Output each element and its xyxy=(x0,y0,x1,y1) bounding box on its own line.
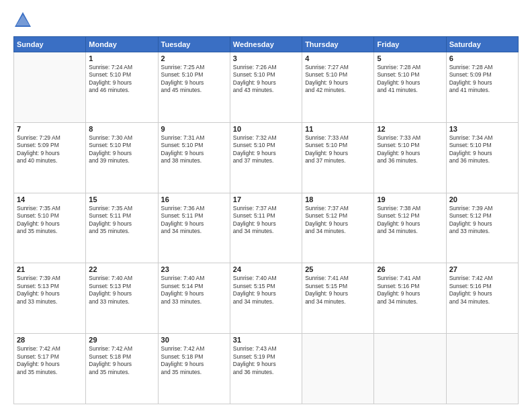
day-info: Sunrise: 7:40 AMSunset: 5:15 PMDaylight:… xyxy=(233,275,299,306)
calendar-cell: 29Sunrise: 7:42 AMSunset: 5:18 PMDayligh… xyxy=(86,334,158,404)
day-number: 21 xyxy=(17,265,83,273)
day-number: 18 xyxy=(305,195,371,203)
calendar-header-sunday: Sunday xyxy=(14,37,86,52)
day-number: 25 xyxy=(305,265,371,273)
calendar-cell: 31Sunrise: 7:43 AMSunset: 5:19 PMDayligh… xyxy=(230,334,302,404)
day-info: Sunrise: 7:35 AMSunset: 5:10 PMDaylight:… xyxy=(17,205,83,236)
day-number: 7 xyxy=(17,125,83,133)
day-number: 26 xyxy=(377,265,443,273)
calendar-cell: 22Sunrise: 7:40 AMSunset: 5:13 PMDayligh… xyxy=(86,263,158,334)
day-number: 14 xyxy=(17,195,83,203)
calendar-cell xyxy=(446,334,518,404)
day-info: Sunrise: 7:43 AMSunset: 5:19 PMDaylight:… xyxy=(233,345,299,376)
day-number: 27 xyxy=(449,265,515,273)
day-info: Sunrise: 7:33 AMSunset: 5:10 PMDaylight:… xyxy=(377,134,443,165)
day-info: Sunrise: 7:40 AMSunset: 5:14 PMDaylight:… xyxy=(161,275,227,306)
calendar-week-row: 1Sunrise: 7:24 AMSunset: 5:10 PMDaylight… xyxy=(14,52,519,123)
calendar-cell: 1Sunrise: 7:24 AMSunset: 5:10 PMDaylight… xyxy=(86,52,158,123)
logo xyxy=(13,11,35,30)
calendar-cell: 30Sunrise: 7:42 AMSunset: 5:18 PMDayligh… xyxy=(158,334,230,404)
calendar-cell: 26Sunrise: 7:41 AMSunset: 5:16 PMDayligh… xyxy=(374,263,446,334)
calendar-cell: 27Sunrise: 7:42 AMSunset: 5:16 PMDayligh… xyxy=(446,263,518,334)
day-number: 24 xyxy=(233,265,299,273)
calendar-cell: 11Sunrise: 7:33 AMSunset: 5:10 PMDayligh… xyxy=(302,122,374,193)
page: SundayMondayTuesdayWednesdayThursdayFrid… xyxy=(0,0,532,411)
day-number: 23 xyxy=(161,265,227,273)
day-number: 16 xyxy=(161,195,227,203)
calendar-cell: 24Sunrise: 7:40 AMSunset: 5:15 PMDayligh… xyxy=(230,263,302,334)
day-info: Sunrise: 7:28 AMSunset: 5:10 PMDaylight:… xyxy=(377,64,443,95)
calendar-cell: 2Sunrise: 7:25 AMSunset: 5:10 PMDaylight… xyxy=(158,52,230,123)
day-number: 15 xyxy=(89,195,154,203)
day-number: 10 xyxy=(233,125,299,133)
calendar-cell: 13Sunrise: 7:34 AMSunset: 5:10 PMDayligh… xyxy=(446,122,518,193)
header xyxy=(13,11,519,30)
day-number: 29 xyxy=(89,336,154,344)
day-info: Sunrise: 7:37 AMSunset: 5:12 PMDaylight:… xyxy=(305,205,371,236)
day-number: 30 xyxy=(161,336,227,344)
day-number: 4 xyxy=(305,54,371,62)
calendar-cell: 25Sunrise: 7:41 AMSunset: 5:15 PMDayligh… xyxy=(302,263,374,334)
calendar-cell: 15Sunrise: 7:35 AMSunset: 5:11 PMDayligh… xyxy=(86,193,158,263)
calendar-cell: 18Sunrise: 7:37 AMSunset: 5:12 PMDayligh… xyxy=(302,193,374,263)
calendar-week-row: 7Sunrise: 7:29 AMSunset: 5:09 PMDaylight… xyxy=(14,122,519,193)
calendar-week-row: 21Sunrise: 7:39 AMSunset: 5:13 PMDayligh… xyxy=(14,263,519,334)
day-info: Sunrise: 7:42 AMSunset: 5:16 PMDaylight:… xyxy=(449,275,515,306)
calendar-week-row: 14Sunrise: 7:35 AMSunset: 5:10 PMDayligh… xyxy=(14,193,519,263)
logo-icon xyxy=(13,11,32,30)
calendar-cell: 16Sunrise: 7:36 AMSunset: 5:11 PMDayligh… xyxy=(158,193,230,263)
day-info: Sunrise: 7:35 AMSunset: 5:11 PMDaylight:… xyxy=(89,205,154,236)
day-info: Sunrise: 7:24 AMSunset: 5:10 PMDaylight:… xyxy=(89,64,154,95)
day-number: 31 xyxy=(233,336,299,344)
day-info: Sunrise: 7:27 AMSunset: 5:10 PMDaylight:… xyxy=(305,64,371,95)
day-number: 19 xyxy=(377,195,443,203)
calendar-header-wednesday: Wednesday xyxy=(230,37,302,52)
day-info: Sunrise: 7:28 AMSunset: 5:09 PMDaylight:… xyxy=(449,64,515,95)
day-number: 12 xyxy=(377,125,443,133)
day-number: 17 xyxy=(233,195,299,203)
calendar-cell: 21Sunrise: 7:39 AMSunset: 5:13 PMDayligh… xyxy=(14,263,86,334)
calendar-table: SundayMondayTuesdayWednesdayThursdayFrid… xyxy=(13,36,519,404)
day-info: Sunrise: 7:34 AMSunset: 5:10 PMDaylight:… xyxy=(449,134,515,165)
calendar-cell: 6Sunrise: 7:28 AMSunset: 5:09 PMDaylight… xyxy=(446,52,518,123)
day-info: Sunrise: 7:26 AMSunset: 5:10 PMDaylight:… xyxy=(233,64,299,95)
day-info: Sunrise: 7:30 AMSunset: 5:10 PMDaylight:… xyxy=(89,134,154,165)
calendar-cell: 8Sunrise: 7:30 AMSunset: 5:10 PMDaylight… xyxy=(86,122,158,193)
day-info: Sunrise: 7:31 AMSunset: 5:10 PMDaylight:… xyxy=(161,134,227,165)
day-info: Sunrise: 7:39 AMSunset: 5:12 PMDaylight:… xyxy=(449,205,515,236)
day-info: Sunrise: 7:42 AMSunset: 5:17 PMDaylight:… xyxy=(17,345,83,376)
calendar-cell: 28Sunrise: 7:42 AMSunset: 5:17 PMDayligh… xyxy=(14,334,86,404)
day-number: 9 xyxy=(161,125,227,133)
calendar-cell xyxy=(14,52,86,123)
calendar-header-monday: Monday xyxy=(86,37,158,52)
day-number: 20 xyxy=(449,195,515,203)
day-number: 13 xyxy=(449,125,515,133)
day-info: Sunrise: 7:32 AMSunset: 5:10 PMDaylight:… xyxy=(233,134,299,165)
day-info: Sunrise: 7:41 AMSunset: 5:16 PMDaylight:… xyxy=(377,275,443,306)
day-number: 2 xyxy=(161,54,227,62)
calendar-header-friday: Friday xyxy=(374,37,446,52)
calendar-cell: 5Sunrise: 7:28 AMSunset: 5:10 PMDaylight… xyxy=(374,52,446,123)
calendar-cell: 12Sunrise: 7:33 AMSunset: 5:10 PMDayligh… xyxy=(374,122,446,193)
day-number: 6 xyxy=(449,54,515,62)
calendar-cell: 17Sunrise: 7:37 AMSunset: 5:11 PMDayligh… xyxy=(230,193,302,263)
day-info: Sunrise: 7:33 AMSunset: 5:10 PMDaylight:… xyxy=(305,134,371,165)
day-number: 5 xyxy=(377,54,443,62)
day-info: Sunrise: 7:37 AMSunset: 5:11 PMDaylight:… xyxy=(233,205,299,236)
calendar-header-tuesday: Tuesday xyxy=(158,37,230,52)
day-info: Sunrise: 7:38 AMSunset: 5:12 PMDaylight:… xyxy=(377,205,443,236)
day-info: Sunrise: 7:40 AMSunset: 5:13 PMDaylight:… xyxy=(89,275,154,306)
day-info: Sunrise: 7:25 AMSunset: 5:10 PMDaylight:… xyxy=(161,64,227,95)
calendar-cell: 9Sunrise: 7:31 AMSunset: 5:10 PMDaylight… xyxy=(158,122,230,193)
calendar-cell: 20Sunrise: 7:39 AMSunset: 5:12 PMDayligh… xyxy=(446,193,518,263)
day-number: 1 xyxy=(89,54,154,62)
calendar-header-row: SundayMondayTuesdayWednesdayThursdayFrid… xyxy=(14,37,519,52)
day-number: 3 xyxy=(233,54,299,62)
day-number: 22 xyxy=(89,265,154,273)
calendar-cell: 10Sunrise: 7:32 AMSunset: 5:10 PMDayligh… xyxy=(230,122,302,193)
day-number: 8 xyxy=(89,125,154,133)
svg-marker-1 xyxy=(16,15,30,26)
day-info: Sunrise: 7:42 AMSunset: 5:18 PMDaylight:… xyxy=(89,345,154,376)
day-number: 28 xyxy=(17,336,83,344)
calendar-header-saturday: Saturday xyxy=(446,37,518,52)
